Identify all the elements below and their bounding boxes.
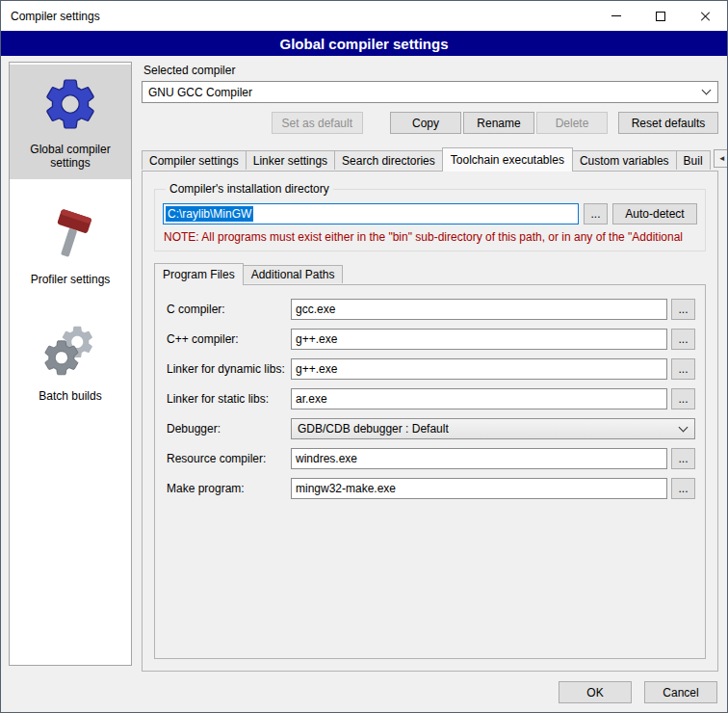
form-row-dynamic-linker: Linker for dynamic libs: ... bbox=[167, 358, 695, 380]
dynamic-linker-label: Linker for dynamic libs: bbox=[167, 362, 291, 376]
sidebar-item-profiler-settings[interactable]: Profiler settings bbox=[10, 195, 131, 296]
tab-scrollers: ◄ ► bbox=[710, 146, 728, 171]
tab-additional-paths[interactable]: Additional Paths bbox=[243, 265, 344, 283]
tab-search-directories[interactable]: Search directories bbox=[334, 150, 443, 170]
form-row-c-compiler: C compiler: ... bbox=[167, 299, 695, 320]
browse-button[interactable]: ... bbox=[671, 358, 695, 380]
selected-compiler-dropdown[interactable]: GNU GCC Compiler bbox=[142, 81, 718, 103]
toolchain-executables-panel: Compiler's installation directory C:\ray… bbox=[142, 171, 718, 672]
form-row-make-program: Make program: ... bbox=[167, 478, 695, 499]
tab-program-files[interactable]: Program Files bbox=[154, 263, 244, 285]
compiler-actions: Set as default Copy Rename Delete Reset … bbox=[142, 112, 718, 134]
close-button[interactable] bbox=[683, 1, 727, 31]
browse-button[interactable]: ... bbox=[671, 448, 695, 469]
program-tabs: Program Files Additional Paths bbox=[154, 262, 706, 284]
tab-custom-variables[interactable]: Custom variables bbox=[572, 150, 677, 170]
install-dir-selected-text: C:\raylib\MinGW bbox=[166, 206, 253, 222]
c-compiler-input[interactable] bbox=[291, 299, 667, 320]
cancel-button[interactable]: Cancel bbox=[644, 681, 717, 703]
browse-button[interactable]: ... bbox=[671, 478, 695, 499]
hammer-icon bbox=[40, 204, 100, 264]
tab-build-options[interactable]: Buil bbox=[676, 150, 711, 170]
bin-subdirectory-note: NOTE: All programs must exist either in … bbox=[164, 230, 696, 244]
installation-directory-group: Compiler's installation directory C:\ray… bbox=[154, 182, 706, 251]
set-as-default-button[interactable]: Set as default bbox=[272, 112, 363, 134]
settings-sidebar: Global compiler settings Profiler settin… bbox=[9, 62, 132, 666]
resource-compiler-input[interactable] bbox=[291, 448, 667, 469]
main-content: Selected compiler GNU GCC Compiler Set a… bbox=[142, 61, 718, 672]
static-linker-label: Linker for static libs: bbox=[167, 392, 291, 406]
maximize-icon bbox=[656, 12, 665, 21]
form-row-debugger: Debugger: GDB/CDB debugger : Default bbox=[167, 418, 695, 439]
minimize-button[interactable] bbox=[594, 1, 638, 31]
dialog-footer: OK Cancel bbox=[559, 681, 717, 703]
minimize-icon bbox=[611, 15, 621, 16]
static-linker-input[interactable] bbox=[291, 388, 667, 409]
selected-compiler-label: Selected compiler bbox=[143, 64, 718, 77]
compiler-settings-window: Compiler settings Global compiler settin… bbox=[0, 0, 728, 713]
program-files-panel: C compiler: ... C++ compiler: ... Linker… bbox=[154, 284, 706, 659]
sidebar-item-label: Profiler settings bbox=[31, 273, 111, 286]
browse-button[interactable]: ... bbox=[671, 299, 695, 320]
sidebar-item-label: Global compiler settings bbox=[14, 143, 126, 170]
make-program-input[interactable] bbox=[291, 478, 667, 499]
installation-directory-title: Compiler's installation directory bbox=[166, 182, 333, 196]
sidebar-item-batch-builds[interactable]: Batch builds bbox=[10, 311, 131, 412]
window-controls bbox=[594, 1, 727, 31]
browse-button[interactable]: ... bbox=[671, 388, 695, 409]
cpp-compiler-input[interactable] bbox=[291, 329, 667, 350]
tab-linker-settings[interactable]: Linker settings bbox=[246, 150, 335, 170]
chevron-down-icon bbox=[695, 91, 710, 93]
c-compiler-label: C compiler: bbox=[167, 303, 291, 316]
gear-icon bbox=[40, 74, 100, 134]
gears-icon bbox=[40, 321, 100, 381]
form-row-cpp-compiler: C++ compiler: ... bbox=[167, 329, 695, 350]
titlebar: Compiler settings bbox=[1, 1, 727, 31]
selected-compiler-value: GNU GCC Compiler bbox=[148, 86, 252, 99]
browse-button[interactable]: ... bbox=[671, 329, 695, 350]
chevron-down-icon bbox=[672, 428, 687, 431]
debugger-label: Debugger: bbox=[167, 422, 291, 436]
install-dir-input[interactable]: C:\raylib\MinGW bbox=[163, 203, 579, 224]
delete-button[interactable]: Delete bbox=[536, 112, 608, 134]
install-dir-browse-button[interactable]: ... bbox=[584, 203, 608, 224]
form-row-static-linker: Linker for static libs: ... bbox=[167, 388, 695, 409]
ok-button[interactable]: OK bbox=[559, 681, 632, 703]
close-icon bbox=[699, 11, 711, 22]
page-title: Global compiler settings bbox=[1, 31, 727, 56]
dynamic-linker-input[interactable] bbox=[291, 358, 667, 380]
sidebar-item-global-compiler-settings[interactable]: Global compiler settings bbox=[10, 65, 131, 179]
tab-toolchain-executables[interactable]: Toolchain executables bbox=[442, 147, 573, 172]
resource-compiler-label: Resource compiler: bbox=[167, 452, 291, 465]
cpp-compiler-label: C++ compiler: bbox=[167, 332, 291, 346]
installation-directory-row: C:\raylib\MinGW ... Auto-detect bbox=[163, 203, 697, 224]
reset-defaults-button[interactable]: Reset defaults bbox=[618, 112, 718, 134]
window-title: Compiler settings bbox=[11, 10, 100, 23]
make-program-label: Make program: bbox=[167, 482, 291, 495]
compiler-tabs: Compiler settings Linker settings Search… bbox=[142, 146, 718, 171]
form-row-resource-compiler: Resource compiler: ... bbox=[167, 448, 695, 469]
tab-compiler-settings[interactable]: Compiler settings bbox=[142, 150, 247, 170]
tab-scroll-left-button[interactable]: ◄ bbox=[714, 149, 728, 168]
auto-detect-button[interactable]: Auto-detect bbox=[612, 203, 697, 224]
debugger-dropdown[interactable]: GDB/CDB debugger : Default bbox=[291, 418, 695, 439]
rename-button[interactable]: Rename bbox=[463, 112, 534, 134]
copy-button[interactable]: Copy bbox=[390, 112, 461, 134]
debugger-value: GDB/CDB debugger : Default bbox=[298, 422, 449, 436]
sidebar-item-label: Batch builds bbox=[39, 389, 101, 403]
maximize-button[interactable] bbox=[638, 1, 683, 31]
